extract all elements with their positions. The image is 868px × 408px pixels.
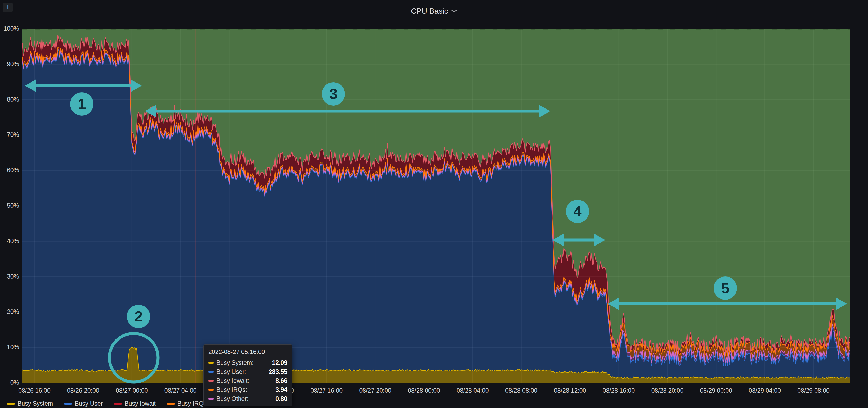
tooltip-timestamp: 2022-08-27 05:16:00 bbox=[208, 348, 287, 355]
info-icon: i bbox=[7, 4, 9, 11]
legend-series-swatch bbox=[114, 403, 122, 405]
tooltip-series-value: 12.09 bbox=[272, 359, 287, 367]
legend-item-busy-iowait[interactable]: Busy Iowait bbox=[114, 400, 156, 407]
legend-series-label: Busy User bbox=[75, 400, 103, 407]
tooltip-rows: Busy System:12.09Busy User:283.55Busy Io… bbox=[208, 358, 287, 403]
tooltip-series-swatch bbox=[208, 380, 214, 381]
legend-item-busy-system[interactable]: Busy System bbox=[7, 400, 53, 407]
tooltip-series-value: 3.94 bbox=[275, 386, 287, 394]
cpu-usage-chart[interactable] bbox=[0, 0, 868, 408]
tooltip-row: Busy System:12.09 bbox=[208, 358, 287, 367]
legend-item-busy-user[interactable]: Busy User bbox=[64, 400, 103, 407]
legend-series-swatch bbox=[7, 403, 15, 405]
panel-title: CPU Basic bbox=[411, 7, 448, 15]
tooltip: 2022-08-27 05:16:00 Busy System:12.09Bus… bbox=[204, 344, 292, 406]
tooltip-series-label: Busy Iowait: bbox=[216, 377, 249, 384]
tooltip-series-value: 8.66 bbox=[275, 377, 287, 384]
chart-areas bbox=[22, 29, 850, 383]
tooltip-series-label: Busy System: bbox=[216, 359, 254, 367]
legend-series-swatch bbox=[64, 403, 72, 405]
tooltip-row: Busy Other:0.80 bbox=[208, 394, 287, 403]
tooltip-series-swatch bbox=[208, 362, 214, 364]
legend-series-label: Busy System bbox=[18, 400, 53, 407]
legend-series-label: Busy Iowait bbox=[124, 400, 156, 407]
tooltip-series-swatch bbox=[208, 371, 214, 373]
tooltip-series-swatch bbox=[208, 398, 214, 400]
tooltip-row: Busy User:283.55 bbox=[208, 367, 287, 376]
legend-series-swatch bbox=[167, 403, 175, 405]
tooltip-series-swatch bbox=[208, 389, 214, 390]
legend-item-busy-irqs[interactable]: Busy IRQs bbox=[167, 400, 207, 407]
tooltip-series-label: Busy IRQs: bbox=[216, 386, 247, 394]
panel-header[interactable]: CPU Basic bbox=[0, 0, 868, 22]
tooltip-series-value: 283.55 bbox=[269, 368, 287, 375]
tooltip-series-value: 0.80 bbox=[275, 395, 287, 402]
tooltip-series-label: Busy User: bbox=[216, 368, 246, 375]
tooltip-row: Busy IRQs:3.94 bbox=[208, 385, 287, 394]
legend: Busy SystemBusy UserBusy IowaitBusy IRQs bbox=[7, 400, 207, 407]
panel-info-icon[interactable]: i bbox=[3, 3, 13, 12]
chevron-down-icon bbox=[451, 9, 457, 13]
tooltip-row: Busy Iowait:8.66 bbox=[208, 376, 287, 385]
legend-series-label: Busy IRQs bbox=[178, 400, 207, 407]
tooltip-series-label: Busy Other: bbox=[216, 395, 248, 402]
